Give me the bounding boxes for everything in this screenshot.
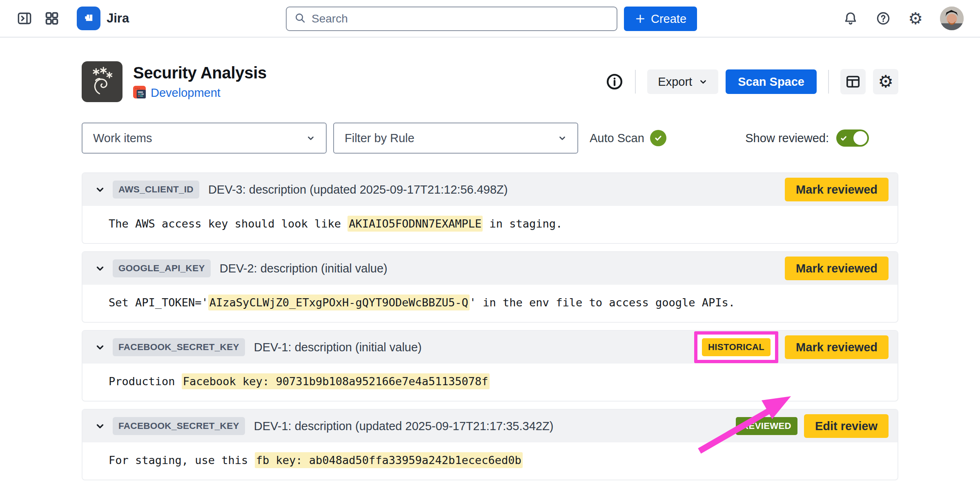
finding-header: AWS_CLIENT_ID DEV-3: description (update… [82, 173, 898, 206]
secret-highlight: Facebook key: 90731b9b108a952166e7e4a511… [182, 373, 490, 389]
status-badge: HISTORICAL [702, 338, 771, 356]
finding-card: FACEBOOK_SECRET_KEY DEV-1: description (… [82, 330, 898, 402]
findings-list: AWS_CLIENT_ID DEV-3: description (update… [82, 172, 898, 480]
finding-body: Production Facebook key: 90731b9b108a952… [82, 364, 898, 401]
chevron-down-icon[interactable] [95, 421, 105, 431]
finding-card: AWS_CLIENT_ID DEV-3: description (update… [82, 172, 898, 244]
chevron-down-icon [699, 77, 708, 86]
finding-card: FACEBOOK_SECRET_KEY DEV-1: description (… [82, 409, 898, 480]
finding-header: FACEBOOK_SECRET_KEY DEV-1: description (… [82, 331, 898, 364]
finding-header: FACEBOOK_SECRET_KEY DEV-1: description (… [82, 410, 898, 442]
body-text: Production [109, 375, 182, 388]
rule-badge: FACEBOOK_SECRET_KEY [113, 338, 245, 356]
app-switcher-icon[interactable] [44, 11, 60, 26]
review-action-button[interactable]: Mark reviewed [785, 257, 889, 280]
secret-highlight: AIzaSyCLWjZ0_ETxgPOxH-gQYT9ODeWcBBZU5-Q [208, 295, 470, 310]
body-text: in staging. [483, 217, 562, 230]
help-icon[interactable] [875, 11, 891, 26]
work-items-dropdown[interactable]: Work items [82, 123, 327, 154]
chevron-down-icon[interactable] [95, 184, 105, 195]
show-reviewed-label: Show reviewed: [745, 132, 829, 145]
jira-home-link[interactable]: Jira [77, 7, 129, 30]
secret-highlight: AKIAIO5FODNN7EXAMPLE [347, 216, 483, 232]
search-icon [294, 12, 306, 26]
finding-card: GOOGLE_API_KEY DEV-2: description (initi… [82, 251, 898, 323]
review-action-button[interactable]: Mark reviewed [785, 178, 889, 201]
rule-badge: FACEBOOK_SECRET_KEY [113, 417, 245, 435]
check-circle-icon [650, 130, 666, 146]
create-button[interactable]: Create [624, 7, 697, 31]
export-button[interactable]: Export [647, 69, 718, 94]
body-text: The AWS access key should look like [109, 217, 347, 230]
global-search[interactable] [286, 7, 617, 31]
review-action-button[interactable]: Mark reviewed [785, 335, 889, 359]
security-analysis-app-icon [82, 61, 122, 102]
status-badge: REVIEWED [736, 417, 797, 435]
auto-scan-label: Auto Scan [590, 132, 644, 145]
finding-body: The AWS access key should look like AKIA… [82, 206, 898, 243]
search-input[interactable] [312, 12, 609, 25]
secret-highlight: fb key: ab048ad50ffa33959a242b1ecec6ed0b [255, 452, 523, 468]
body-text: Set API_TOKEN=' [109, 296, 208, 309]
toggle-knob [853, 131, 867, 145]
project-icon [133, 86, 146, 100]
top-navigation-bar: Jira Create [0, 0, 980, 38]
rule-badge: AWS_CLIENT_ID [113, 181, 199, 199]
chevron-down-icon [306, 134, 315, 143]
chevron-down-icon[interactable] [95, 342, 105, 353]
user-avatar[interactable] [940, 7, 964, 30]
sidebar-toggle-icon[interactable] [16, 10, 33, 27]
finding-header: GOOGLE_API_KEY DEV-2: description (initi… [82, 252, 898, 285]
annotation-highlight-box: REVIEWED [736, 417, 797, 435]
breadcrumb-project-link[interactable]: Development [151, 86, 220, 100]
scan-space-button[interactable]: Scan Space [726, 69, 817, 94]
page-title: Security Analysis [133, 64, 267, 82]
finding-title: DEV-1: description (updated 2025-09-17T2… [254, 420, 554, 433]
info-icon[interactable] [606, 73, 624, 91]
show-reviewed-toggle[interactable] [836, 129, 869, 147]
finding-body: For staging, use this fb key: ab048ad50f… [82, 442, 898, 480]
layout-panel-icon[interactable] [840, 69, 866, 94]
chevron-down-icon[interactable] [95, 263, 105, 274]
body-text: For staging, use this [109, 454, 255, 466]
rule-badge: GOOGLE_API_KEY [113, 259, 211, 277]
body-text: ' in the env file to access google APIs. [470, 296, 735, 309]
finding-title: DEV-2: description (initial value) [220, 262, 388, 275]
finding-title: DEV-1: description (initial value) [254, 341, 422, 354]
settings-gear-icon[interactable]: ⚙ [908, 10, 923, 27]
filter-toolbar: Work items Filter by Rule Auto Scan Show… [82, 123, 898, 154]
review-action-button[interactable]: Edit review [804, 414, 889, 438]
app-name: Jira [107, 11, 129, 26]
chevron-down-icon [558, 134, 567, 143]
page-header: Security Analysis Development [82, 61, 898, 102]
annotation-highlight-box: HISTORICAL [694, 331, 778, 363]
finding-body: Set API_TOKEN='AIzaSyCLWjZ0_ETxgPOxH-gQY… [82, 285, 898, 322]
finding-title: DEV-3: description (updated 2025-09-17T2… [208, 183, 508, 196]
board-settings-gear-icon[interactable]: ⚙ [873, 69, 898, 94]
plus-icon [635, 13, 646, 25]
filter-by-rule-dropdown[interactable]: Filter by Rule [333, 123, 578, 154]
notifications-bell-icon[interactable] [843, 11, 858, 26]
jira-logo-icon [77, 7, 100, 30]
divider [828, 70, 829, 94]
divider [635, 70, 636, 94]
auto-scan-status: Auto Scan [590, 130, 666, 146]
